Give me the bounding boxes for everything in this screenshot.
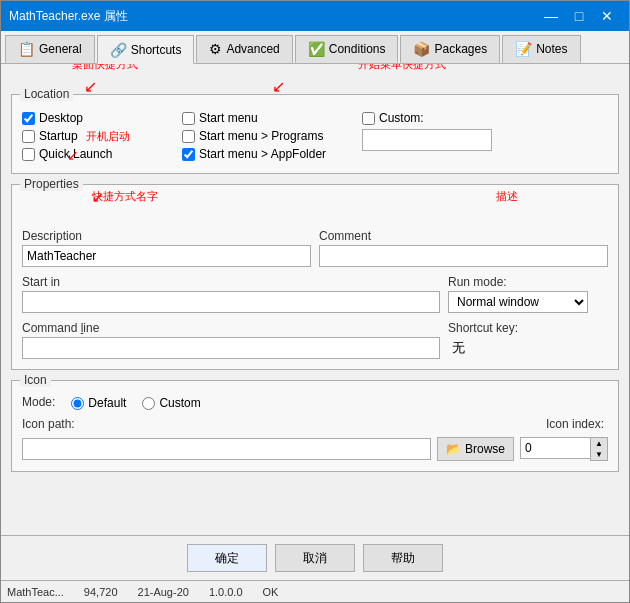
properties-section-title: Properties [20, 177, 83, 191]
tab-advanced[interactable]: ⚙ Advanced [196, 35, 292, 63]
comment-field: Comment [319, 229, 608, 267]
startmenu-appfolder-checkbox[interactable] [182, 148, 195, 161]
cmdline-text: Command line [22, 321, 99, 335]
confirm-button[interactable]: 确定 [187, 544, 267, 572]
icon-custom-radio[interactable] [142, 397, 155, 410]
quicklaunch-checkbox-row: Quick Launch [22, 145, 182, 163]
tab-packages-label: Packages [434, 42, 487, 56]
ann-startmenu: 开始菜单快捷方式 [358, 64, 446, 72]
tab-shortcuts[interactable]: 🔗 Shortcuts [97, 35, 195, 64]
spinner-up-button[interactable]: ▲ [591, 438, 607, 449]
description-field: Description [22, 229, 311, 267]
help-button[interactable]: 帮助 [363, 544, 443, 572]
status-bar: MathTeac... 94,720 21-Aug-20 1.0.0.0 OK [1, 580, 629, 602]
maximize-button[interactable]: □ [565, 4, 593, 28]
tab-notes[interactable]: 📝 Notes [502, 35, 580, 63]
icon-index-input[interactable] [520, 437, 590, 459]
tab-conditions-label: Conditions [329, 42, 386, 56]
location-col3: Custom: [362, 109, 522, 163]
cancel-button[interactable]: 取消 [275, 544, 355, 572]
startmenu-checkbox[interactable] [182, 112, 195, 125]
commandline-field: Command line [22, 321, 440, 359]
tab-advanced-label: Advanced [226, 42, 279, 56]
ann-comment: 描述 [496, 189, 518, 204]
startmenu-appfolder-label: Start menu > AppFolder [199, 147, 326, 161]
desktop-checkbox[interactable] [22, 112, 35, 125]
main-content: Location 桌面快捷方式 开始菜单快捷方式 ↙ ↙ Desktop [1, 64, 629, 535]
status-ok: OK [263, 586, 279, 598]
icon-custom-label: Custom [159, 396, 200, 410]
icon-path-row: 📂 Browse ▲ ▼ [22, 437, 608, 461]
minimize-button[interactable]: — [537, 4, 565, 28]
startmenu-programs-checkbox[interactable] [182, 130, 195, 143]
arrow-startmenu: ↙ [272, 77, 285, 96]
desktop-checkbox-row: Desktop [22, 109, 182, 127]
startmenu-programs-checkbox-row: Start menu > Programs [182, 127, 362, 145]
shortcuts-tab-icon: 🔗 [110, 42, 127, 58]
tab-conditions[interactable]: ✅ Conditions [295, 35, 399, 63]
location-col2: Start menu Start menu > Programs Start m… [182, 109, 362, 163]
description-label: Description [22, 229, 311, 243]
arrow-shortcut-name: ↙ [92, 189, 104, 205]
comment-label: Comment [319, 229, 608, 243]
spinner-down-button[interactable]: ▼ [591, 449, 607, 460]
shortcutkey-field: Shortcut key: 无 [448, 321, 608, 359]
description-input[interactable] [22, 245, 311, 267]
icon-path-input[interactable] [22, 438, 431, 460]
browse-button[interactable]: 📂 Browse [437, 437, 514, 461]
runmode-field: Run mode: Normal window Minimized Maximi… [448, 275, 608, 313]
tab-bar: 📋 General 🔗 Shortcuts ⚙ Advanced ✅ Condi… [1, 31, 629, 64]
custom-input[interactable] [362, 129, 492, 151]
shortcutkey-value: 无 [448, 337, 608, 359]
shortcutkey-label: Shortcut key: [448, 321, 608, 335]
ann-desktop: 桌面快捷方式 [72, 64, 138, 72]
status-date: 21-Aug-20 [138, 586, 189, 598]
startup-checkbox[interactable] [22, 130, 35, 143]
startmenu-checkbox-row: Start menu [182, 109, 362, 127]
icon-mode-label: Mode: [22, 395, 55, 409]
titlebar: MathTeacher.exe 属性 — □ ✕ [1, 1, 629, 31]
spinner-buttons: ▲ ▼ [590, 437, 608, 461]
properties-section: Properties 快捷方式名字 ↙ 描述 Description Comme… [11, 184, 619, 370]
window-title: MathTeacher.exe 属性 [9, 8, 128, 25]
location-section-title: Location [20, 87, 73, 101]
tab-general-label: General [39, 42, 82, 56]
icon-index-label: Icon index: [319, 417, 608, 431]
startin-label: Start in [22, 275, 440, 289]
conditions-tab-icon: ✅ [308, 41, 325, 57]
comment-input[interactable] [319, 245, 608, 267]
startmenu-appfolder-checkbox-row: Start menu > AppFolder [182, 145, 362, 163]
custom-label: Custom: [379, 111, 424, 125]
status-version: 1.0.0.0 [209, 586, 243, 598]
browse-icon: 📂 [446, 442, 461, 456]
custom-checkbox[interactable] [362, 112, 375, 125]
icon-index-box: ▲ ▼ [520, 437, 608, 461]
startin-input[interactable] [22, 291, 440, 313]
location-grid: Desktop Startup 开机启动 ↙ Quick Launch [22, 109, 608, 163]
quicklaunch-checkbox[interactable] [22, 148, 35, 161]
packages-tab-icon: 📦 [413, 41, 430, 57]
icon-default-radio-row: Default [71, 396, 126, 410]
commandline-input[interactable] [22, 337, 440, 359]
icon-default-radio[interactable] [71, 397, 84, 410]
startmenu-label: Start menu [199, 111, 258, 125]
desc-comment-grid: Description Comment [22, 229, 608, 267]
tab-shortcuts-label: Shortcuts [131, 43, 182, 57]
tab-general[interactable]: 📋 General [5, 35, 95, 63]
notes-tab-icon: 📝 [515, 41, 532, 57]
arrow-startup: ↙ [67, 147, 79, 163]
runmode-select[interactable]: Normal window Minimized Maximized [448, 291, 588, 313]
icon-custom-radio-row: Custom [142, 396, 200, 410]
close-button[interactable]: ✕ [593, 4, 621, 28]
icon-section-title: Icon [20, 373, 51, 387]
cmdline-shortcut-grid: Command line Shortcut key: 无 [22, 321, 608, 359]
general-tab-icon: 📋 [18, 41, 35, 57]
window-controls: — □ ✕ [537, 4, 621, 28]
ann-startup: 开机启动 [86, 129, 130, 144]
tab-packages[interactable]: 📦 Packages [400, 35, 500, 63]
status-size: 94,720 [84, 586, 118, 598]
startup-label: Startup [39, 129, 78, 143]
icon-default-label: Default [88, 396, 126, 410]
footer-buttons: 确定 取消 帮助 [1, 535, 629, 580]
startmenu-programs-label: Start menu > Programs [199, 129, 323, 143]
